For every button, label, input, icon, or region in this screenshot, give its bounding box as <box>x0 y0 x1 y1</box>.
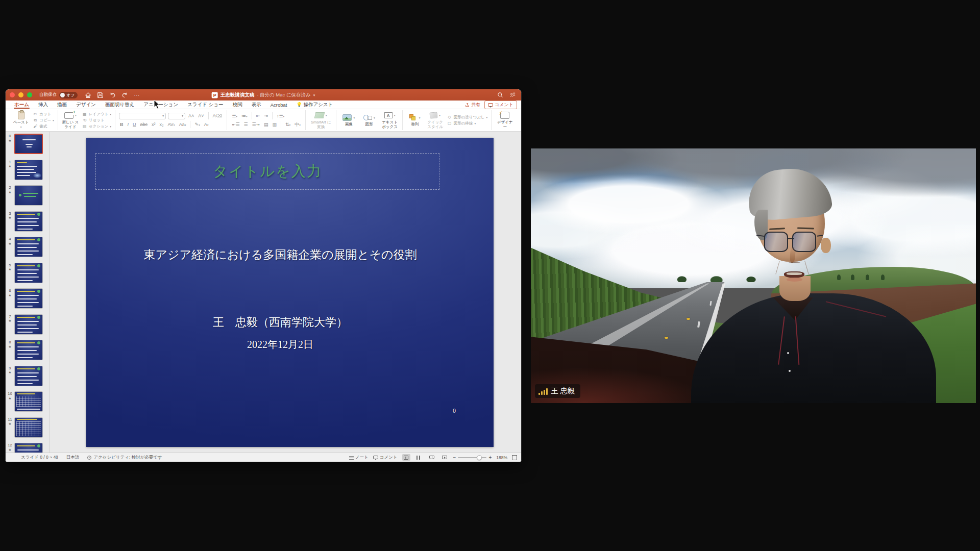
comments-button[interactable]: コメント <box>484 101 517 109</box>
undo-icon[interactable] <box>109 92 116 98</box>
font-name-combo[interactable]: ▾ <box>119 113 166 119</box>
zoom-knob[interactable] <box>477 455 482 460</box>
thumbnail-preview[interactable] <box>14 211 43 232</box>
reset-button[interactable]: ⟲リセット <box>82 118 111 123</box>
zoom-in-button[interactable]: + <box>488 455 492 460</box>
slide-canvas[interactable]: タイトルを入力 東アジア経済における多国籍企業の展開とその役割 王 忠毅（西南学… <box>86 138 494 447</box>
designer-button[interactable]: デザイナー <box>495 111 514 129</box>
zoom-out-button[interactable]: − <box>453 455 456 460</box>
tab-7[interactable]: 校閲 <box>228 101 247 109</box>
zoom-percentage[interactable]: 188% <box>496 455 507 460</box>
cut-button[interactable]: ✂カット <box>33 112 54 117</box>
copy-button[interactable]: ⧉コピー ▾ <box>33 118 54 123</box>
slide-thumbnail-8[interactable]: 8★ <box>6 340 49 360</box>
thumbnail-preview[interactable] <box>14 340 43 360</box>
reading-view-button[interactable] <box>428 454 436 461</box>
thumbnail-preview[interactable] <box>14 288 43 309</box>
slide-subtitle-line1[interactable]: 東アジア経済における多国籍企業の展開とその役割 <box>86 247 474 263</box>
traffic-lights[interactable] <box>10 92 32 97</box>
shape-fill-button[interactable]: ◇図形の塗りつぶし ▾ <box>447 115 488 120</box>
tab-2[interactable]: 描画 <box>53 101 71 109</box>
paste-button[interactable]: ペースト ▾ <box>12 111 30 129</box>
slide-thumbnail-10[interactable]: 10★ <box>6 391 49 412</box>
search-icon[interactable] <box>497 92 503 98</box>
thumbnail-preview[interactable] <box>14 160 43 180</box>
slideshow-view-button[interactable] <box>440 454 449 461</box>
document-title[interactable]: P 王忠毅講演文稿 - 自分の Mac に保存済み ▾ <box>212 92 315 98</box>
slide-thumbnail-11[interactable]: 11★ <box>6 417 49 438</box>
bold-button[interactable]: B <box>119 122 125 127</box>
superscript-button[interactable]: x² <box>151 122 157 127</box>
shrink-font-button[interactable]: A˅ <box>197 113 205 118</box>
underline-button[interactable]: U <box>132 122 137 127</box>
decrease-indent-button[interactable]: ⇤ <box>255 113 261 118</box>
shape-outline-button[interactable]: ▢図形の枠線 ▾ <box>447 121 488 126</box>
character-spacing-button[interactable]: AV▾ <box>167 122 176 127</box>
more-icon[interactable]: ⋯ <box>134 92 140 98</box>
thumbnail-preview[interactable] <box>14 366 43 386</box>
slide-thumbnail-12[interactable]: 12★ <box>6 443 49 453</box>
strikethrough-button[interactable]: abc <box>139 122 149 127</box>
fullscreen-icon[interactable] <box>512 455 517 460</box>
slide-thumbnail-0[interactable]: 0★ <box>6 134 49 154</box>
numbering-button[interactable]: ≔▾ <box>240 113 249 118</box>
redo-icon[interactable] <box>121 92 128 98</box>
tab-6[interactable]: スライド ショー <box>183 101 228 109</box>
align-right-button[interactable]: ☰⯮ <box>251 122 261 128</box>
slide-thumbnail-7[interactable]: 7★ <box>6 314 49 335</box>
thumbnail-preview[interactable] <box>14 314 43 335</box>
text-highlight-button[interactable]: ✎▾ <box>193 122 201 127</box>
new-slide-button[interactable]: ▾ 新しい スライド <box>62 111 79 129</box>
zoom-slider[interactable]: − + <box>453 455 492 460</box>
thumbnail-preview[interactable] <box>14 417 43 438</box>
slide-author-line[interactable]: 王 忠毅（西南学院大学） <box>86 315 474 330</box>
notes-button[interactable]: ノート <box>349 455 369 461</box>
clear-formatting-button[interactable]: A⌫ <box>212 113 224 118</box>
font-size-combo[interactable]: ▾ <box>168 113 185 119</box>
tab-3[interactable]: デザイン <box>71 101 101 109</box>
close-button[interactable] <box>10 92 15 97</box>
quick-styles-button[interactable]: ▾ クイック スタイル <box>427 111 444 129</box>
text-direction-button[interactable]: ⇅▾ <box>284 122 291 127</box>
section-button[interactable]: ▤セクション ▾ <box>82 124 111 129</box>
thumbnail-preview[interactable] <box>14 391 43 412</box>
justify-button[interactable]: ▤ <box>263 122 270 127</box>
slide-thumbnail-1[interactable]: 1★ <box>6 160 49 180</box>
tab-9[interactable]: Acrobat <box>266 101 292 109</box>
tab-8[interactable]: 表示 <box>247 101 266 109</box>
columns-button[interactable]: ▥ <box>271 122 278 127</box>
tab-4[interactable]: 画面切り替え <box>101 101 139 109</box>
thumbnail-preview[interactable] <box>14 185 43 206</box>
layout-button[interactable]: ▦レイアウト ▾ <box>82 112 111 117</box>
slide-thumbnail-3[interactable]: 3★ <box>6 211 49 232</box>
tab-10[interactable]: 💡操作アシスト <box>291 101 337 109</box>
picture-button[interactable]: ▾ 画像 <box>340 113 357 127</box>
thumbnail-preview[interactable] <box>14 263 43 283</box>
thumbnail-preview[interactable] <box>14 443 43 453</box>
normal-view-button[interactable] <box>402 454 410 461</box>
change-case-button[interactable]: Aa▾ <box>178 122 187 127</box>
align-text-button[interactable]: 中▾ <box>293 121 302 128</box>
slide-sorter-view-button[interactable] <box>415 454 423 461</box>
tab-1[interactable]: 挿入 <box>34 101 53 109</box>
slide-title-placeholder[interactable]: タイトルを入力 <box>95 153 439 190</box>
slide-date-line[interactable]: 2022年12月2日 <box>86 338 474 352</box>
autosave-toggle[interactable]: オフ <box>59 92 78 98</box>
zoom-button[interactable] <box>27 92 32 97</box>
share-presence-icon[interactable] <box>509 92 516 98</box>
arrange-button[interactable]: ▾ 整列 <box>406 113 424 127</box>
thumbnail-preview[interactable] <box>14 134 43 154</box>
slide-thumbnail-4[interactable]: 4★ <box>6 237 49 257</box>
slide-thumbnail-6[interactable]: 6★ <box>6 288 49 309</box>
line-spacing-button[interactable]: ↕☰▾ <box>276 113 285 118</box>
shapes-button[interactable]: ▾ 図形 <box>360 113 378 127</box>
tab-0[interactable]: ホーム <box>10 101 34 109</box>
minimize-button[interactable] <box>18 92 23 97</box>
convert-smartart-button[interactable]: ▾ SmartArt に変換 <box>309 111 332 129</box>
accessibility-checker[interactable]: アクセシビリティ: 検討が必要です <box>87 455 162 461</box>
slide-thumbnail-2[interactable]: 2★ <box>6 185 49 206</box>
format-painter-button[interactable]: 🖌書式 <box>33 124 54 129</box>
thumbnail-preview[interactable] <box>14 237 43 257</box>
slide-thumbnail-5[interactable]: 5★ <box>6 263 49 283</box>
save-icon[interactable] <box>97 92 104 98</box>
